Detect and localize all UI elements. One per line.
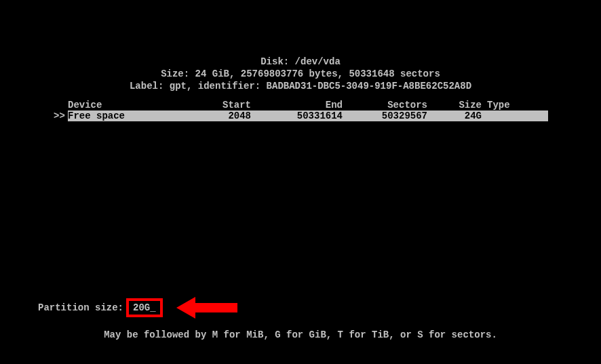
size-hint-text: May be followed by M for MiB, G for GiB,… xyxy=(0,329,601,340)
header-start: Start xyxy=(180,100,268,110)
table-row[interactable]: >> Free space 2048 50331614 50329567 24G xyxy=(52,110,600,121)
text-cursor: _ xyxy=(150,302,155,313)
cell-size: 24G xyxy=(441,110,482,121)
disk-path-line: Disk: /dev/vda xyxy=(0,56,601,68)
header-sectors: Sectors xyxy=(360,100,441,110)
partition-size-input-highlight: 20G_ xyxy=(126,298,163,317)
partition-table: Device Start End Sectors Size Type >> Fr… xyxy=(0,100,601,121)
cell-device: Free space xyxy=(68,110,180,121)
selected-row: Free space 2048 50331614 50329567 24G xyxy=(68,110,548,121)
partition-size-prompt: Partition size: 20G_ xyxy=(38,298,237,317)
header-type: Type xyxy=(482,100,536,110)
cell-sectors: 50329567 xyxy=(360,110,441,121)
header-size: Size xyxy=(441,100,482,110)
partition-size-label: Partition size: xyxy=(38,302,123,313)
disk-label-line: Label: gpt, identifier: BADBAD31-DBC5-30… xyxy=(0,80,601,92)
cell-type xyxy=(482,110,536,121)
row-marker: >> xyxy=(52,110,68,121)
disk-size-line: Size: 24 GiB, 25769803776 bytes, 5033164… xyxy=(0,68,601,80)
header-end: End xyxy=(268,100,360,110)
disk-header: Disk: /dev/vda Size: 24 GiB, 25769803776… xyxy=(0,0,601,93)
annotation-arrow-icon xyxy=(176,300,237,316)
cell-start: 2048 xyxy=(180,110,268,121)
header-device: Device xyxy=(68,100,180,110)
partition-size-input[interactable]: 20G_ xyxy=(133,302,156,313)
partition-size-value: 20G xyxy=(133,302,150,313)
cell-end: 50331614 xyxy=(268,110,360,121)
table-header-row: Device Start End Sectors Size Type xyxy=(0,100,601,110)
